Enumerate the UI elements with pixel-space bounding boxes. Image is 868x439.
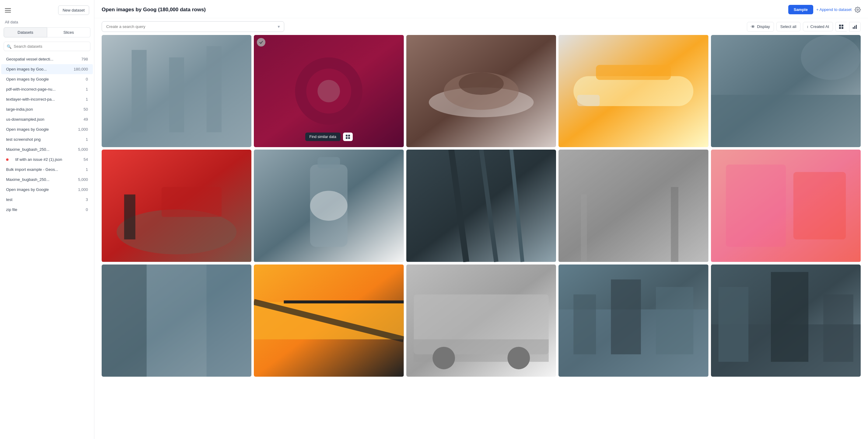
new-dataset-button[interactable]: New dataset [58, 5, 89, 15]
svg-rect-2 [841, 25, 843, 27]
dataset-item[interactable]: Open images by Goo...180,000 [1, 64, 93, 74]
svg-rect-73 [823, 294, 853, 362]
image-cell[interactable] [102, 265, 251, 377]
image-cell[interactable] [711, 265, 861, 377]
svg-rect-4 [841, 27, 843, 29]
hamburger-icon[interactable] [5, 8, 11, 12]
svg-rect-72 [771, 272, 808, 362]
image-cell[interactable] [406, 149, 556, 262]
svg-rect-5 [853, 27, 854, 29]
toolbar: ▼ 👁 Display Select all ↕ Created At [94, 18, 868, 35]
dataset-item[interactable]: Open images by Google0 [1, 74, 93, 84]
chart-view-button[interactable] [849, 22, 861, 32]
dataset-item[interactable]: test3 [1, 195, 93, 205]
chevron-down-icon: ▼ [277, 25, 281, 29]
dataset-count: 1,000 [78, 187, 88, 192]
dataset-item[interactable]: textlayer-with-incorrect-pa...1 [1, 94, 93, 104]
dataset-name: Maxime_bugbash_250... [6, 177, 67, 182]
svg-rect-29 [711, 95, 861, 147]
dataset-name: tif with an issue #2 (1).json [15, 157, 76, 162]
svg-rect-37 [318, 157, 340, 168]
dataset-name: Open images by Google [6, 77, 67, 81]
find-similar-button[interactable]: Find similar data [305, 133, 341, 141]
svg-rect-27 [577, 95, 600, 106]
sidebar-header: New dataset [0, 0, 94, 18]
dataset-name: Maxime_bugbash_250... [6, 147, 67, 152]
tab-slices[interactable]: Slices [47, 27, 90, 37]
svg-rect-11 [207, 46, 222, 132]
dataset-item[interactable]: us-downsampled.json49 [1, 114, 93, 124]
dataset-name: textlayer-with-incorrect-pa... [6, 97, 67, 102]
created-at-label: Created At [810, 24, 829, 29]
svg-rect-71 [718, 287, 748, 362]
dataset-item[interactable]: zip file0 [1, 205, 93, 215]
search-query-container: ▼ [102, 21, 284, 32]
dataset-item[interactable]: Open images by Google1,000 [1, 184, 93, 195]
grid-view-button[interactable] [835, 22, 847, 32]
svg-rect-66 [574, 294, 596, 354]
svg-rect-3 [839, 27, 841, 29]
display-button[interactable]: 👁 Display [747, 22, 774, 32]
dataset-item[interactable]: Maxime_bugbash_250...5,000 [1, 144, 93, 155]
dataset-item[interactable]: Bulk import example - Geos...1 [1, 165, 93, 174]
svg-point-0 [857, 9, 859, 10]
svg-rect-10 [169, 58, 184, 132]
image-cell[interactable] [711, 35, 861, 147]
svg-rect-54 [207, 265, 252, 377]
settings-button[interactable] [855, 7, 861, 13]
svg-point-30 [801, 35, 861, 80]
main-header: Open images by Goog (180,000 data rows) … [94, 0, 868, 18]
image-grid-container: Find similar data [94, 35, 868, 439]
dataset-name: pdf-with-incorrect-page-nu... [6, 87, 67, 92]
dataset-item[interactable]: tif with an issue #2 (1).json54 [1, 155, 93, 165]
dataset-item[interactable]: pdf-with-incorrect-page-nu...1 [1, 84, 93, 94]
sidebar: New dataset All data Datasets Slices 🔍 G… [0, 0, 94, 439]
image-grid: Find similar data [102, 35, 861, 377]
dataset-item[interactable]: Open images by Google1,000 [1, 124, 93, 134]
image-cell[interactable]: Find similar data [254, 35, 404, 147]
image-cell[interactable] [254, 149, 404, 262]
dataset-count: 54 [84, 157, 88, 162]
image-grid-icon-button[interactable] [343, 133, 353, 141]
dataset-name: Bulk import example - Geos... [6, 167, 67, 172]
dataset-item[interactable]: test screenshot png1 [1, 134, 93, 144]
image-cell[interactable] [558, 35, 708, 147]
dataset-item[interactable]: Maxime_bugbash_250...5,000 [1, 174, 93, 184]
svg-point-38 [310, 191, 347, 221]
search-icon: 🔍 [7, 44, 11, 48]
dataset-item[interactable]: large-india.json50 [1, 104, 93, 114]
toolbar-right: 👁 Display Select all ↕ Created At [747, 22, 861, 32]
dataset-item[interactable]: Geospatial vessel detecti...798 [1, 54, 93, 64]
svg-rect-19 [348, 137, 350, 139]
svg-rect-49 [726, 165, 786, 247]
dataset-count: 3 [86, 197, 88, 202]
dataset-count: 798 [81, 57, 88, 61]
dataset-count: 1 [86, 87, 88, 92]
dataset-name: Open images by Google [6, 187, 67, 192]
image-cell[interactable] [102, 149, 251, 262]
image-cell[interactable] [254, 265, 404, 377]
image-cell[interactable] [102, 35, 251, 147]
select-all-button[interactable]: Select all [776, 22, 800, 31]
tab-datasets[interactable]: Datasets [4, 27, 47, 37]
search-query-input[interactable] [102, 21, 284, 32]
svg-rect-46 [581, 195, 587, 262]
svg-rect-16 [346, 135, 347, 136]
dataset-count: 1 [86, 167, 88, 172]
dataset-name: Open images by Google [6, 127, 67, 132]
sample-button[interactable]: Sample [788, 5, 813, 14]
dataset-count: 1 [86, 137, 88, 142]
append-to-dataset-button[interactable]: + Append to dataset [816, 7, 851, 12]
dataset-name: zip file [6, 207, 67, 212]
image-cell[interactable] [711, 149, 861, 262]
svg-rect-6 [854, 26, 855, 29]
image-cell[interactable] [406, 265, 556, 377]
created-at-button[interactable]: ↕ Created At [803, 22, 833, 31]
svg-point-23 [459, 72, 504, 95]
dataset-count: 0 [86, 77, 88, 81]
search-datasets-input[interactable] [4, 42, 90, 51]
image-cell[interactable] [558, 265, 708, 377]
dataset-count: 1 [86, 97, 88, 102]
image-cell[interactable] [558, 149, 708, 262]
image-cell[interactable] [406, 35, 556, 147]
